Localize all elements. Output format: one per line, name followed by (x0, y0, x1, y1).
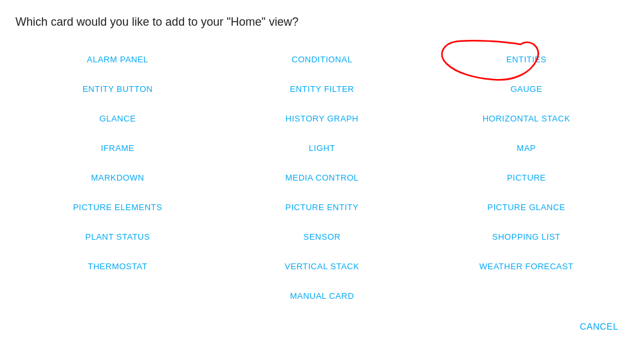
card-label: HORIZONTAL STACK (483, 114, 570, 123)
card-label: GLANCE (100, 114, 136, 123)
card-item[interactable]: GAUGE (424, 74, 629, 103)
card-item[interactable]: SHOPPING LIST (424, 222, 629, 252)
card-item[interactable]: SENSOR (220, 222, 425, 252)
card-item[interactable]: MANUAL CARD (220, 281, 425, 311)
card-item[interactable]: ENTITY BUTTON (15, 74, 220, 103)
card-label: THERMOSTAT (88, 262, 148, 271)
card-item[interactable]: PLANT STATUS (15, 222, 220, 252)
card-item[interactable]: GLANCE (15, 103, 220, 133)
card-item[interactable] (15, 281, 220, 311)
card-picker-dialog: Which card would you like to add to your… (0, 0, 644, 347)
card-label: SHOPPING LIST (492, 232, 560, 242)
card-item[interactable]: MEDIA CONTROL (220, 163, 425, 192)
card-item[interactable]: VERTICAL STACK (220, 252, 425, 281)
card-grid: ALARM PANELCONDITIONALENTITIESENTITY BUT… (15, 44, 629, 311)
card-item[interactable]: WEATHER FORECAST (424, 252, 629, 281)
card-label: PICTURE (507, 173, 546, 182)
card-item[interactable]: CONDITIONAL (220, 44, 425, 74)
card-item[interactable]: HORIZONTAL STACK (424, 103, 629, 133)
card-label: MANUAL CARD (290, 291, 354, 301)
card-label: MAP (517, 143, 536, 153)
card-item[interactable]: ALARM PANEL (15, 44, 220, 74)
card-item[interactable]: THERMOSTAT (15, 252, 220, 281)
card-label: PICTURE ELEMENTS (73, 202, 162, 212)
card-label: PICTURE ENTITY (286, 202, 359, 212)
card-item[interactable]: ENTITY FILTER (220, 74, 425, 103)
card-label: GAUGE (510, 84, 542, 94)
card-item[interactable]: MAP (424, 133, 629, 163)
card-item[interactable] (424, 281, 629, 311)
card-label: VERTICAL STACK (285, 262, 360, 271)
card-label: ALARM PANEL (87, 55, 149, 64)
card-item[interactable]: PICTURE ELEMENTS (15, 193, 220, 222)
card-item[interactable]: PICTURE ENTITY (220, 193, 425, 222)
card-item[interactable]: MARKDOWN (15, 163, 220, 192)
card-label: ENTITY FILTER (290, 84, 354, 94)
card-label: IFRAME (101, 143, 134, 153)
card-item[interactable]: PICTURE GLANCE (424, 193, 629, 222)
card-label: PICTURE GLANCE (488, 202, 566, 212)
dialog-footer: CANCEL (15, 311, 629, 337)
card-label: MARKDOWN (91, 173, 144, 182)
card-item[interactable]: IFRAME (15, 133, 220, 163)
cancel-button[interactable]: CANCEL (569, 316, 629, 337)
dialog-title: Which card would you like to add to your… (15, 15, 629, 29)
card-label: HISTORY GRAPH (286, 114, 358, 123)
card-item[interactable]: HISTORY GRAPH (220, 103, 425, 133)
card-item[interactable]: ENTITIES (424, 44, 629, 74)
card-label: SENSOR (304, 232, 341, 242)
card-label: PLANT STATUS (86, 232, 151, 242)
card-label: ENTITY BUTTON (82, 84, 152, 94)
card-label: MEDIA CONTROL (285, 173, 358, 182)
card-item[interactable]: PICTURE (424, 163, 629, 192)
card-label: CONDITIONAL (291, 55, 352, 64)
card-label: WEATHER FORECAST (479, 262, 573, 271)
card-label: ENTITIES (506, 55, 547, 64)
card-label: LIGHT (309, 143, 335, 153)
card-item[interactable]: LIGHT (220, 133, 425, 163)
